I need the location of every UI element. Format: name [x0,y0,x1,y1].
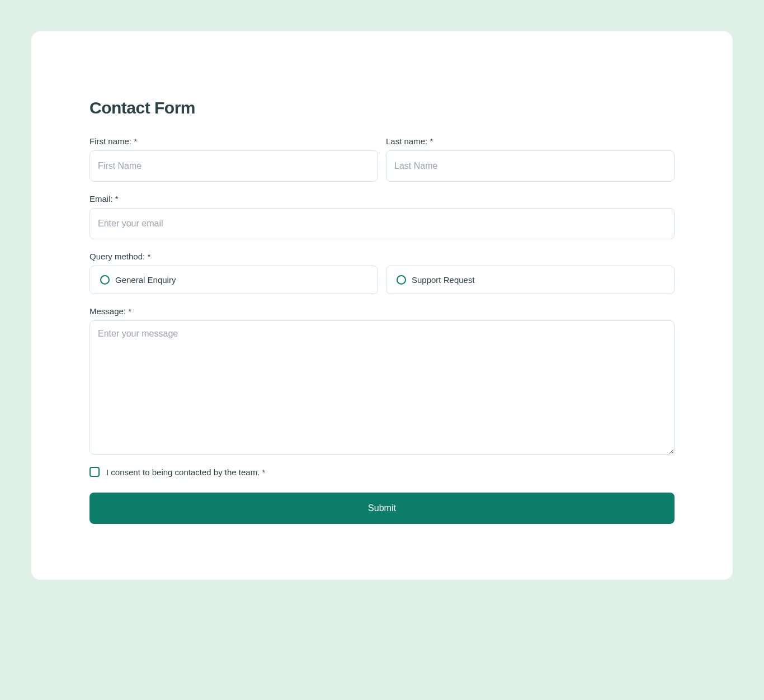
page-title: Contact Form [89,98,675,117]
submit-button[interactable]: Submit [89,493,675,524]
radio-general-enquiry[interactable]: General Enquiry [89,266,378,294]
radio-label: Support Request [412,275,475,285]
message-textarea[interactable] [89,320,675,455]
consent-row: I consent to being contacted by the team… [89,467,675,477]
last-name-input[interactable] [386,150,675,182]
query-method-label: Query method: * [89,252,675,261]
consent-checkbox[interactable] [89,467,100,477]
query-method-wrap: Query method: * General Enquiry Support … [89,252,675,294]
consent-label: I consent to being contacted by the team… [106,467,265,477]
first-name-input[interactable] [89,150,378,182]
message-label: Message: * [89,306,675,316]
radio-icon [100,275,110,285]
contact-form-card: Contact Form First name: * Last name: * … [31,31,733,580]
last-name-field-wrap: Last name: * [386,136,675,182]
radio-label: General Enquiry [115,275,176,285]
email-field-wrap: Email: * [89,194,675,239]
radio-icon [397,275,406,285]
email-input[interactable] [89,208,675,239]
email-label: Email: * [89,194,675,204]
radio-support-request[interactable]: Support Request [386,266,675,294]
last-name-label: Last name: * [386,136,675,146]
first-name-label: First name: * [89,136,378,146]
first-name-field-wrap: First name: * [89,136,378,182]
message-field-wrap: Message: * [89,306,675,455]
